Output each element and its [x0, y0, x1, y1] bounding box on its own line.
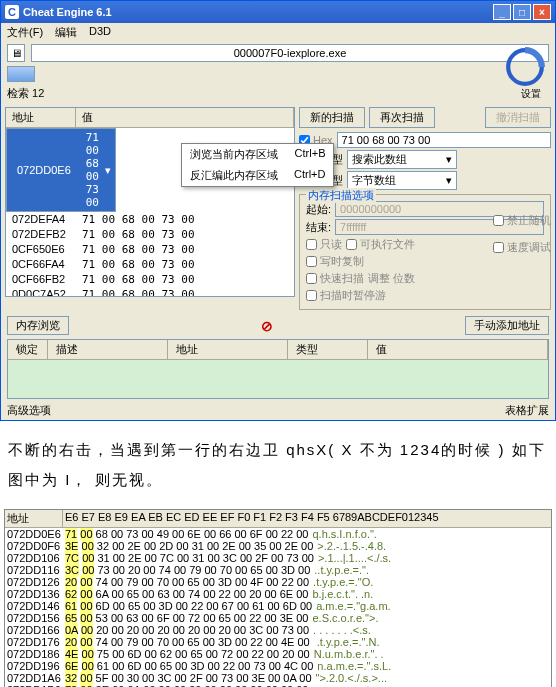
hex-row[interactable]: 072DD14661 00 6D 00 65 00 3D 00 22 00 67…	[5, 600, 551, 612]
value-input[interactable]	[337, 132, 551, 148]
found-count: 检索 12	[7, 86, 44, 101]
advanced-options[interactable]: 高级选项	[7, 403, 51, 418]
result-row[interactable]: 0CF66FA471 00 68 00 73 00	[6, 257, 294, 272]
hex-row[interactable]: 072DD12620 00 74 00 79 00 70 00 65 00 3D…	[5, 576, 551, 588]
settings-link[interactable]: 设置	[521, 87, 549, 101]
exec-check[interactable]	[346, 239, 357, 250]
hex-row[interactable]: 072DD13662 00 6A 00 65 00 63 00 74 00 22…	[5, 588, 551, 600]
open-process-icon[interactable]: 🖥	[7, 44, 25, 62]
no-icon: ⊘	[261, 318, 273, 334]
ce-logo-icon	[504, 46, 546, 88]
next-scan-button[interactable]: 再次扫描	[369, 107, 435, 128]
fast-check[interactable]	[306, 273, 317, 284]
maximize-button[interactable]: □	[513, 4, 531, 20]
result-list[interactable]: 地址 值 072DD0E671 00 68 00 73 00072DEFA471…	[5, 107, 295, 297]
close-button[interactable]: ×	[533, 4, 551, 20]
cow-check[interactable]	[306, 256, 317, 267]
new-scan-button[interactable]: 新的扫描	[299, 107, 365, 128]
hex-row[interactable]: 072DD17620 00 74 00 79 00 70 00 65 00 3D…	[5, 636, 551, 648]
undo-scan-button: 撤消扫描	[485, 107, 551, 128]
titlebar[interactable]: C Cheat Engine 6.1 _ □ ×	[1, 1, 555, 23]
readonly-check[interactable]	[306, 239, 317, 250]
process-path[interactable]: 000007F0-iexplore.exe	[31, 44, 549, 62]
hex-row[interactable]: 072DD1A632 00 5F 00 30 00 3C 00 2F 00 73…	[5, 672, 551, 684]
progress-bar	[7, 66, 35, 82]
ctx-disassemble[interactable]: 反汇编此内存区域Ctrl+D	[182, 165, 295, 186]
window-title: Cheat Engine 6.1	[23, 6, 493, 18]
result-row[interactable]: 0CF650E671 00 68 00 73 00	[6, 242, 294, 257]
hex-row[interactable]: 072DD1966E 00 61 00 6D 00 65 00 3D 00 22…	[5, 660, 551, 672]
speed-debug-check[interactable]	[493, 242, 504, 253]
add-address-button[interactable]: 手动添加地址	[465, 316, 549, 335]
address-table[interactable]: 锁定 描述 地址 类型 值	[7, 339, 549, 399]
hex-row[interactable]: 072DD1864E 00 75 00 6D 00 62 00 65 00 72…	[5, 648, 551, 660]
scan-type-select[interactable]: 搜索此数组	[347, 150, 457, 169]
table-expand[interactable]: 表格扩展	[505, 403, 549, 418]
menu-edit[interactable]: 编辑	[55, 25, 77, 40]
hex-row[interactable]: 072DD1163C 00 73 00 20 00 74 00 79 00 70…	[5, 564, 551, 576]
article-text-1: 不断的右击，当遇到第一行的右边卫 qhsX( X 不为 1234的时候 ) 如下…	[0, 421, 556, 509]
col-value[interactable]: 值	[76, 108, 294, 127]
result-row[interactable]: 072DEFA471 00 68 00 73 00	[6, 212, 294, 227]
hex-viewer: 地址 E6 E7 E8 E9 EA EB EC ED EE EF F0 F1 F…	[4, 509, 552, 687]
context-menu: 浏览当前内存区域Ctrl+B 反汇编此内存区域Ctrl+D	[181, 143, 295, 187]
result-row[interactable]: 072DEFB271 00 68 00 73 00	[6, 227, 294, 242]
result-row[interactable]: 0D0C7A5271 00 68 00 73 00	[6, 287, 294, 297]
result-row[interactable]: 072DD0E671 00 68 00 73 00	[6, 128, 116, 212]
pause-check[interactable]	[306, 290, 317, 301]
app-icon: C	[5, 5, 19, 19]
menu-d3d[interactable]: D3D	[89, 25, 111, 40]
hex-row[interactable]: 072DD1660A 00 20 00 20 00 20 00 20 00 20…	[5, 624, 551, 636]
result-row[interactable]: 0CF66FB271 00 68 00 73 00	[6, 272, 294, 287]
hex-row[interactable]: 072DD15665 00 53 00 63 00 6F 00 72 00 65…	[5, 612, 551, 624]
prevent-random-check[interactable]	[493, 215, 504, 226]
minimize-button[interactable]: _	[493, 4, 511, 20]
col-address[interactable]: 地址	[6, 108, 76, 127]
memory-view-button[interactable]: 内存浏览	[7, 316, 69, 335]
hex-row[interactable]: 072DD0F63E 00 32 00 2E 00 2D 00 31 00 2E…	[5, 540, 551, 552]
ctx-browse-memory[interactable]: 浏览当前内存区域Ctrl+B	[182, 144, 295, 165]
hex-row[interactable]: 072DD0E671 00 68 00 73 00 49 00 6E 00 66…	[5, 528, 551, 540]
menu-file[interactable]: 文件(F)	[7, 25, 43, 40]
hex-row[interactable]: 072DD1067C 00 31 00 2E 00 7C 00 31 00 3C…	[5, 552, 551, 564]
menubar: 文件(F) 编辑 D3D	[1, 23, 555, 42]
